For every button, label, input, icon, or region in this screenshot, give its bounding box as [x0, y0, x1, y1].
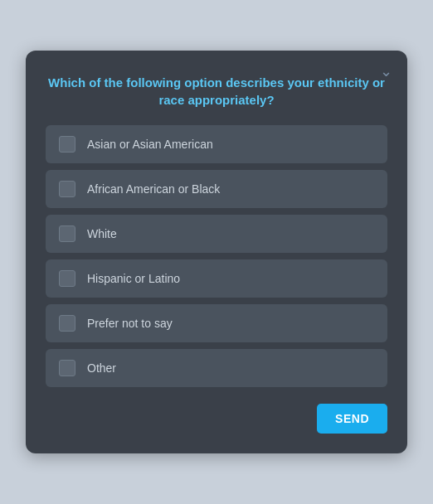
- option-item-opt-asian[interactable]: Asian or Asian American: [46, 125, 387, 163]
- checkbox-opt-asian[interactable]: [59, 136, 75, 153]
- checkbox-opt-white[interactable]: [59, 225, 75, 242]
- survey-question: Which of the following option describes …: [46, 74, 387, 109]
- option-item-opt-hispanic[interactable]: Hispanic or Latino: [46, 259, 387, 298]
- checkbox-opt-other[interactable]: [59, 360, 75, 376]
- option-item-opt-prefer[interactable]: Prefer not to say: [46, 304, 387, 342]
- option-label-opt-asian: Asian or Asian American: [87, 138, 213, 151]
- chevron-down-icon: ⌄: [380, 62, 392, 80]
- send-btn-row: SEND: [46, 404, 387, 434]
- options-list: Asian or Asian AmericanAfrican American …: [46, 125, 387, 387]
- checkbox-opt-prefer[interactable]: [59, 315, 75, 332]
- option-label-opt-prefer: Prefer not to say: [87, 317, 173, 330]
- option-label-opt-african: African American or Black: [87, 182, 220, 196]
- checkbox-opt-african[interactable]: [59, 181, 75, 197]
- checkbox-opt-hispanic[interactable]: [59, 270, 75, 287]
- send-button[interactable]: SEND: [317, 404, 387, 434]
- option-label-opt-other: Other: [87, 361, 116, 375]
- option-item-opt-other[interactable]: Other: [46, 349, 387, 387]
- option-label-opt-white: White: [87, 227, 117, 240]
- survey-card: ⌄ Which of the following option describe…: [26, 51, 407, 453]
- option-label-opt-hispanic: Hispanic or Latino: [87, 272, 180, 285]
- option-item-opt-african[interactable]: African American or Black: [46, 170, 387, 208]
- option-item-opt-white[interactable]: White: [46, 215, 387, 253]
